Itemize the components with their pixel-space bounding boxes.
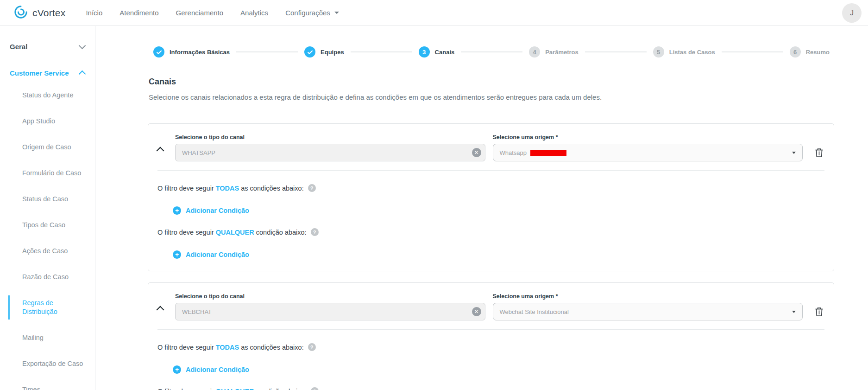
filter-prefix: O filtro deve seguir [157, 185, 216, 192]
step-label: Informações Básicas [170, 49, 230, 56]
channel-type-label: Selecione o tipo do canal [175, 134, 485, 141]
nav-item-atendimento[interactable]: Atendimento [120, 9, 158, 17]
plus-icon: + [173, 365, 181, 374]
sidebar-item-regras-de-distribuicao[interactable]: Regras de Distribuição [22, 299, 87, 316]
main-content: Informações Básicas Equipes 3 Canais 4 P… [95, 26, 868, 390]
avatar[interactable]: J [842, 3, 862, 23]
step-label: Resumo [806, 49, 830, 56]
help-icon[interactable]: ? [308, 184, 316, 192]
collapse-card-button[interactable] [157, 148, 175, 153]
origin-field: Selecione uma origem * Whatsapp [493, 134, 803, 161]
step-connector [722, 51, 783, 52]
step-connector [351, 51, 412, 52]
chevron-up-icon [157, 147, 164, 155]
step-parametros[interactable]: 4 Parâmetros [529, 46, 579, 58]
channel-type-input[interactable] [175, 303, 485, 320]
step-label: Listas de Casos [669, 49, 715, 56]
trash-icon [815, 148, 824, 158]
step-informacoes-basicas[interactable]: Informações Básicas [153, 46, 230, 58]
step-number: 3 [419, 46, 430, 58]
add-condition-label: Adicionar Condição [186, 366, 249, 373]
sidebar-item-exportacao-de-caso[interactable]: Exportação de Caso [22, 359, 87, 368]
add-condition-all-button[interactable]: + Adicionar Condição [173, 365, 824, 374]
sidebar-item-mailing[interactable]: Mailing [22, 333, 87, 342]
channel-type-input[interactable] [175, 144, 485, 161]
step-label: Parâmetros [545, 49, 579, 56]
sidebar-item-acoes-de-caso[interactable]: Ações de Caso [22, 247, 87, 256]
step-resumo[interactable]: 6 Resumo [790, 46, 830, 58]
filter-keyword: QUALQUER [216, 229, 254, 236]
sidebar-item-status-do-agente[interactable]: Status do Agente [22, 91, 87, 100]
help-icon[interactable]: ? [311, 228, 319, 236]
channel-type-field: Selecione o tipo do canal ✕ [175, 134, 485, 161]
filter-all-conditions-line: O filtro deve seguir TODAS as condições … [157, 184, 824, 192]
sidebar-item-status-de-caso[interactable]: Status de Caso [22, 195, 87, 204]
filter-prefix: O filtro deve seguir [157, 344, 216, 351]
step-connector [461, 51, 522, 52]
step-label: Canais [435, 49, 455, 56]
filter-all-conditions-line: O filtro deve seguir TODAS as condições … [157, 343, 824, 351]
brand-name: cVortex [32, 7, 65, 19]
add-condition-any-button[interactable]: + Adicionar Condição [173, 250, 824, 259]
page-description: Selecione os canais relacionados a esta … [149, 93, 835, 101]
add-condition-all-button[interactable]: + Adicionar Condição [173, 206, 824, 215]
sidebar-section-geral[interactable]: Geral [10, 43, 90, 51]
sidebar-section-geral-label: Geral [10, 43, 27, 51]
filter-suffix: condição abaixo: [254, 229, 307, 236]
delete-channel-button[interactable] [815, 148, 824, 159]
origin-value: Webchat Site Institucional [500, 308, 569, 315]
sidebar-item-app-studio[interactable]: App Studio [22, 117, 87, 126]
filter-any-condition-line: O filtro deve seguir QUALQUER condição a… [157, 387, 824, 390]
divider [157, 329, 824, 330]
chevron-up-icon [157, 306, 164, 314]
step-equipes[interactable]: Equipes [304, 46, 344, 58]
sidebar-item-tipos-de-caso[interactable]: Tipos de Caso [22, 221, 87, 230]
step-number: 5 [653, 46, 664, 58]
sidebar-item-times[interactable]: Times [22, 385, 87, 390]
nav-item-configuracoes[interactable]: Configurações [285, 9, 339, 17]
page-title: Canais [149, 77, 835, 87]
origin-select[interactable]: Whatsapp [493, 144, 803, 161]
delete-channel-button[interactable] [815, 307, 824, 318]
filter-suffix: as condições abaixo: [239, 344, 303, 351]
chevron-down-icon [334, 12, 339, 14]
nav-item-configuracoes-label: Configurações [285, 9, 330, 17]
chevron-down-icon [79, 42, 86, 49]
sidebar-item-formulario-de-caso[interactable]: Formulário de Caso [22, 169, 87, 178]
sidebar-section-customer-service[interactable]: Customer Service [10, 69, 90, 77]
step-connector [236, 51, 298, 52]
nav-item-gerenciamento[interactable]: Gerenciamento [176, 9, 224, 17]
channel-card-whatsapp: Selecione o tipo do canal ✕ Selecione um… [148, 123, 834, 271]
origin-select[interactable]: Webchat Site Institucional [493, 303, 803, 320]
filter-prefix: O filtro deve seguir [157, 388, 216, 390]
sidebar-item-origem-de-caso[interactable]: Origem de Caso [22, 143, 87, 152]
clear-icon[interactable]: ✕ [472, 307, 481, 316]
filter-keyword: QUALQUER [216, 388, 254, 390]
filter-prefix: O filtro deve seguir [157, 229, 216, 236]
top-navbar: cVortex Início Atendimento Gerenciamento… [0, 0, 868, 26]
settings-sidebar: Geral Customer Service Status do Agente … [0, 26, 95, 390]
brand[interactable]: cVortex [14, 5, 65, 21]
divider [157, 170, 824, 171]
step-canais[interactable]: 3 Canais [419, 46, 455, 58]
filter-suffix: as condições abaixo: [239, 185, 303, 192]
filter-any-condition-line: O filtro deve seguir QUALQUER condição a… [157, 228, 824, 236]
clear-icon[interactable]: ✕ [472, 148, 481, 157]
step-listas-de-casos[interactable]: 5 Listas de Casos [653, 46, 715, 58]
step-number: 6 [790, 46, 801, 58]
help-icon[interactable]: ? [311, 387, 319, 390]
chevron-down-icon [792, 311, 796, 313]
step-connector [585, 51, 647, 52]
trash-icon [815, 307, 824, 317]
sidebar-item-razao-de-caso[interactable]: Razão de Caso [22, 273, 87, 281]
step-check-icon [153, 46, 164, 58]
channel-card-webchat: Selecione o tipo do canal ✕ Selecione um… [148, 282, 834, 390]
collapse-card-button[interactable] [157, 307, 175, 313]
help-icon[interactable]: ? [308, 343, 316, 351]
nav-item-analytics[interactable]: Analytics [240, 9, 268, 17]
wizard-stepper: Informações Básicas Equipes 3 Canais 4 P… [153, 46, 830, 58]
nav-item-inicio[interactable]: Início [86, 9, 102, 17]
origin-label: Selecione uma origem * [493, 293, 803, 300]
origin-value: Whatsapp [500, 149, 527, 156]
add-condition-label: Adicionar Condição [186, 207, 249, 214]
